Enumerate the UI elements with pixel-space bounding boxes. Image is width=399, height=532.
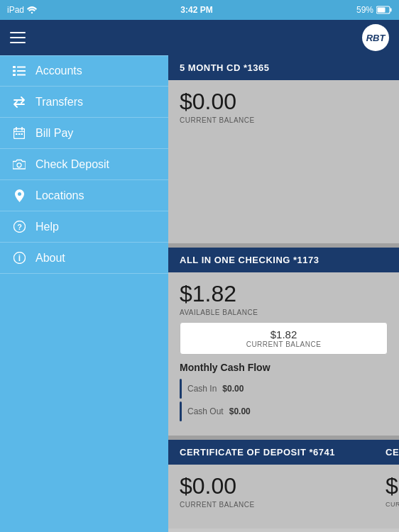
mcf-title: Monthly Cash Flow bbox=[180, 362, 388, 373]
sidebar-item-locations[interactable]: Locations bbox=[0, 180, 168, 211]
svg-point-0 bbox=[31, 12, 33, 13]
transfer-icon bbox=[11, 94, 27, 110]
transfers-label: Transfers bbox=[35, 96, 83, 109]
check-deposit-label: Check Deposit bbox=[35, 158, 109, 171]
monthly-cash-flow: Monthly Cash Flow Cash In $0.00 Cash Out… bbox=[180, 362, 388, 421]
wifi-icon bbox=[27, 6, 37, 13]
sidebar-item-check-deposit[interactable]: Check Deposit bbox=[0, 149, 168, 180]
svg-rect-7 bbox=[17, 70, 26, 72]
mcf-cash-out-row: Cash Out $0.00 bbox=[180, 401, 388, 421]
svg-rect-16 bbox=[21, 133, 23, 135]
hamburger-button[interactable] bbox=[10, 32, 26, 43]
sidebar-item-bill-pay[interactable]: Bill Pay bbox=[0, 118, 168, 149]
svg-point-17 bbox=[17, 163, 21, 167]
account-card-header-cd1365: 5 MONTH CD *1365 bbox=[168, 55, 399, 80]
status-time: 3:42 PM bbox=[180, 5, 212, 15]
mcf-cash-in-bar bbox=[180, 379, 182, 399]
info-icon: i bbox=[11, 250, 27, 266]
svg-point-18 bbox=[18, 192, 21, 196]
balance-label-partial: CURREN... bbox=[386, 501, 395, 508]
mcf-cash-out-label: Cash Out bbox=[187, 406, 224, 416]
camera-icon bbox=[11, 157, 27, 172]
mcf-cash-in-value: $0.00 bbox=[222, 384, 244, 394]
pin-icon bbox=[11, 188, 27, 204]
mcf-cash-in-label: Cash In bbox=[187, 384, 217, 394]
account-card-cd6741: Certificate of Deposit *6741 $0.00 CURRE… bbox=[168, 440, 374, 528]
account-card-partial: Certifi... $0. CURREN... bbox=[374, 440, 399, 528]
svg-rect-2 bbox=[390, 9, 391, 12]
balance-label-cd1365: CURRENT BALANCE bbox=[180, 116, 388, 124]
battery-label: 59% bbox=[356, 5, 373, 15]
about-label: About bbox=[35, 252, 65, 265]
svg-rect-8 bbox=[13, 74, 16, 76]
balance-label-cd6741: CURRENT BALANCE bbox=[180, 501, 363, 509]
balance-large-cd1365: $0.00 bbox=[180, 89, 388, 115]
mcf-cash-out-value: $0.00 bbox=[229, 406, 251, 416]
svg-rect-9 bbox=[17, 74, 26, 76]
mcf-cash-in-row: Cash In $0.00 bbox=[180, 379, 388, 399]
svg-rect-15 bbox=[18, 133, 21, 135]
balance-large-checking1173: $1.82 bbox=[180, 281, 388, 307]
locations-label: Locations bbox=[35, 189, 84, 202]
sidebar-item-transfers[interactable]: Transfers bbox=[0, 87, 168, 118]
svg-rect-5 bbox=[17, 67, 26, 68]
balance-large-partial: $0. bbox=[386, 473, 395, 499]
svg-rect-14 bbox=[16, 133, 18, 135]
bottom-cards-row: Certificate of Deposit *6741 $0.00 CURRE… bbox=[168, 440, 399, 528]
main-content: 5 MONTH CD *1365 $0.00 CURRENT BALANCE A… bbox=[168, 55, 399, 532]
account-card-cd1365: 5 MONTH CD *1365 $0.00 CURRENT BALANCE bbox=[168, 55, 399, 243]
current-balance-box-label: CURRENT BALANCE bbox=[246, 340, 322, 348]
balance-large-cd6741: $0.00 bbox=[180, 473, 363, 499]
carrier-label: iPad bbox=[7, 5, 24, 15]
account-card-body-partial: $0. CURREN... bbox=[374, 465, 399, 528]
status-left: iPad bbox=[7, 5, 37, 15]
sidebar-item-about[interactable]: i About bbox=[0, 243, 168, 274]
status-bar: iPad 3:42 PM 59% bbox=[0, 0, 399, 20]
current-balance-box: $1.82 CURRENT BALANCE bbox=[180, 322, 388, 355]
svg-text:i: i bbox=[18, 253, 20, 263]
svg-rect-6 bbox=[13, 70, 16, 72]
account-card-header-partial: Certifi... bbox=[374, 440, 399, 465]
account-card-header-cd6741: Certificate of Deposit *6741 bbox=[168, 440, 374, 465]
status-right: 59% bbox=[356, 5, 392, 15]
svg-text:?: ? bbox=[17, 223, 22, 231]
account-card-header-checking1173: ALL IN ONE CHECKING *1173 bbox=[168, 248, 399, 272]
svg-rect-4 bbox=[13, 66, 16, 68]
balance-label-checking1173: AVAILABLE BALANCE bbox=[180, 309, 388, 316]
app-logo: RBT bbox=[362, 24, 389, 51]
account-card-body-checking1173: $1.82 AVAILABLE BALANCE $1.82 CURRENT BA… bbox=[168, 272, 399, 436]
list-icon bbox=[11, 63, 27, 79]
account-card-checking1173: ALL IN ONE CHECKING *1173 $1.82 AVAILABL… bbox=[168, 248, 399, 436]
sidebar-item-accounts[interactable]: Accounts bbox=[0, 55, 168, 87]
accounts-label: Accounts bbox=[35, 65, 82, 77]
sidebar-item-help[interactable]: ? Help bbox=[0, 211, 168, 243]
account-card-body-cd6741: $0.00 CURRENT BALANCE bbox=[168, 465, 374, 528]
mcf-cash-out-bar bbox=[180, 401, 182, 421]
svg-rect-3 bbox=[377, 8, 385, 13]
main-layout: Accounts Transfers bbox=[0, 55, 399, 532]
bill-pay-label: Bill Pay bbox=[35, 127, 73, 140]
current-balance-amount: $1.82 bbox=[270, 328, 297, 340]
top-nav: RBT bbox=[0, 20, 399, 55]
battery-icon bbox=[376, 6, 392, 14]
help-label: Help bbox=[35, 221, 59, 233]
account-card-body-cd1365: $0.00 CURRENT BALANCE bbox=[168, 80, 399, 243]
sidebar: Accounts Transfers bbox=[0, 55, 168, 532]
calendar-icon bbox=[11, 126, 27, 141]
question-icon: ? bbox=[11, 219, 27, 235]
